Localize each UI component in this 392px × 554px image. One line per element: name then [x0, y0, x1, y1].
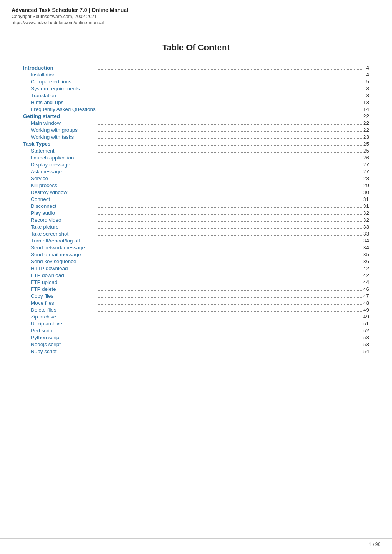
toc-link[interactable]: Zip archive	[31, 314, 56, 320]
toc-row[interactable]: Installation4	[23, 71, 369, 78]
toc-label[interactable]: Task Types	[23, 140, 96, 147]
toc-row[interactable]: FTP download42	[23, 272, 369, 279]
toc-label[interactable]: Play audio	[23, 209, 96, 216]
toc-row[interactable]: FTP upload44	[23, 279, 369, 285]
toc-row[interactable]: Move files48	[23, 299, 369, 306]
toc-label[interactable]: Ruby script	[23, 348, 96, 355]
toc-link[interactable]: Introduction	[23, 65, 53, 71]
toc-link[interactable]: Take screenshot	[31, 231, 68, 237]
toc-link[interactable]: Disconnect	[31, 203, 56, 209]
toc-label[interactable]: Service	[23, 175, 96, 182]
toc-row[interactable]: Compare editions5	[23, 78, 369, 85]
toc-row[interactable]: Disconnect31	[23, 202, 369, 209]
toc-link[interactable]: Hints and Tips	[31, 100, 64, 105]
toc-row[interactable]: Frequently Asked Questions14	[23, 106, 369, 113]
toc-label[interactable]: Copy files	[23, 292, 96, 299]
toc-link[interactable]: Kill process	[31, 182, 57, 188]
toc-link[interactable]: Turn off/reboot/log off	[31, 238, 80, 244]
toc-link[interactable]: Connect	[31, 196, 50, 202]
toc-label[interactable]: Getting started	[23, 113, 96, 119]
toc-label[interactable]: Record video	[23, 216, 96, 223]
toc-label[interactable]: Translation	[23, 92, 96, 99]
toc-label[interactable]: Send key sequence	[23, 258, 96, 265]
toc-label[interactable]: Ask message	[23, 168, 96, 175]
toc-row[interactable]: Translation8	[23, 92, 369, 99]
toc-row[interactable]: Kill process29	[23, 182, 369, 189]
toc-row[interactable]: Zip archive49	[23, 313, 369, 320]
toc-link[interactable]: Statement	[31, 148, 55, 154]
toc-label[interactable]: Frequently Asked Questions	[23, 106, 96, 113]
toc-label[interactable]: FTP upload	[23, 279, 96, 285]
toc-link[interactable]: Send network message	[31, 245, 85, 250]
toc-link[interactable]: System requirements	[31, 86, 80, 91]
toc-label[interactable]: System requirements	[23, 85, 96, 92]
toc-label[interactable]: Statement	[23, 147, 96, 154]
toc-label[interactable]: FTP delete	[23, 285, 96, 292]
toc-row[interactable]: Play audio32	[23, 209, 369, 216]
toc-link[interactable]: Take picture	[31, 224, 59, 230]
toc-row[interactable]: Copy files47	[23, 292, 369, 299]
toc-link[interactable]: Frequently Asked Questions	[31, 106, 96, 112]
toc-label[interactable]: Delete files	[23, 306, 96, 313]
toc-label[interactable]: Move files	[23, 299, 96, 306]
toc-label[interactable]: Compare editions	[23, 78, 96, 85]
toc-label[interactable]: Working with groups	[23, 126, 96, 133]
toc-row[interactable]: Perl script52	[23, 327, 369, 334]
toc-link[interactable]: Move files	[31, 300, 54, 306]
toc-link[interactable]: Send e-mail message	[31, 252, 81, 257]
toc-row[interactable]: Statement25	[23, 147, 369, 154]
toc-label[interactable]: Launch application	[23, 154, 96, 161]
toc-link[interactable]: FTP delete	[31, 286, 56, 292]
toc-link[interactable]: Working with tasks	[31, 134, 74, 140]
toc-row[interactable]: System requirements8	[23, 85, 369, 92]
toc-row[interactable]: Send e-mail message35	[23, 251, 369, 258]
toc-link[interactable]: Python script	[31, 335, 61, 340]
toc-row[interactable]: Destroy window30	[23, 189, 369, 196]
toc-row[interactable]: Hints and Tips13	[23, 99, 369, 106]
toc-label[interactable]: Display message	[23, 161, 96, 168]
toc-link[interactable]: HTTP download	[31, 265, 68, 271]
toc-label[interactable]: Working with tasks	[23, 133, 96, 140]
toc-row[interactable]: Send key sequence36	[23, 258, 369, 265]
toc-link[interactable]: Translation	[31, 93, 56, 98]
toc-label[interactable]: Installation	[23, 71, 96, 78]
toc-link[interactable]: Service	[31, 176, 48, 181]
toc-label[interactable]: Unzip archive	[23, 320, 96, 327]
toc-row[interactable]: HTTP download42	[23, 265, 369, 272]
toc-label[interactable]: Nodejs script	[23, 341, 96, 348]
toc-label[interactable]: Take screenshot	[23, 230, 96, 237]
toc-row[interactable]: FTP delete46	[23, 285, 369, 292]
toc-row[interactable]: Send network message34	[23, 244, 369, 251]
toc-row[interactable]: Service28	[23, 175, 369, 182]
toc-label[interactable]: Send network message	[23, 244, 96, 251]
toc-label[interactable]: Main window	[23, 119, 96, 126]
toc-row[interactable]: Python script53	[23, 334, 369, 341]
toc-link[interactable]: Compare editions	[31, 79, 71, 85]
toc-label[interactable]: Python script	[23, 334, 96, 341]
toc-link[interactable]: Play audio	[31, 210, 55, 216]
toc-link[interactable]: FTP upload	[31, 279, 58, 285]
toc-row[interactable]: Take screenshot33	[23, 230, 369, 237]
toc-link[interactable]: Unzip archive	[31, 321, 62, 327]
toc-link[interactable]: Perl script	[31, 328, 54, 333]
toc-row[interactable]: Take picture33	[23, 223, 369, 230]
toc-link[interactable]: Working with groups	[31, 127, 78, 133]
toc-row[interactable]: Delete files49	[23, 306, 369, 313]
toc-row[interactable]: Main window22	[23, 119, 369, 126]
toc-row[interactable]: Display message27	[23, 161, 369, 168]
toc-row[interactable]: Working with tasks23	[23, 133, 369, 140]
toc-row[interactable]: Launch application26	[23, 154, 369, 161]
toc-label[interactable]: Introduction	[23, 64, 96, 71]
toc-link[interactable]: Task Types	[23, 141, 51, 147]
toc-label[interactable]: Connect	[23, 196, 96, 202]
toc-link[interactable]: Destroy window	[31, 189, 67, 195]
toc-row[interactable]: Unzip archive51	[23, 320, 369, 327]
toc-row[interactable]: Connect31	[23, 196, 369, 202]
toc-link[interactable]: Ruby script	[31, 348, 57, 354]
toc-label[interactable]: Perl script	[23, 327, 96, 334]
toc-row[interactable]: Turn off/reboot/log off34	[23, 237, 369, 244]
toc-row[interactable]: Ruby script54	[23, 348, 369, 355]
toc-row[interactable]: Nodejs script53	[23, 341, 369, 348]
toc-label[interactable]: FTP download	[23, 272, 96, 279]
toc-link[interactable]: Record video	[31, 217, 61, 223]
